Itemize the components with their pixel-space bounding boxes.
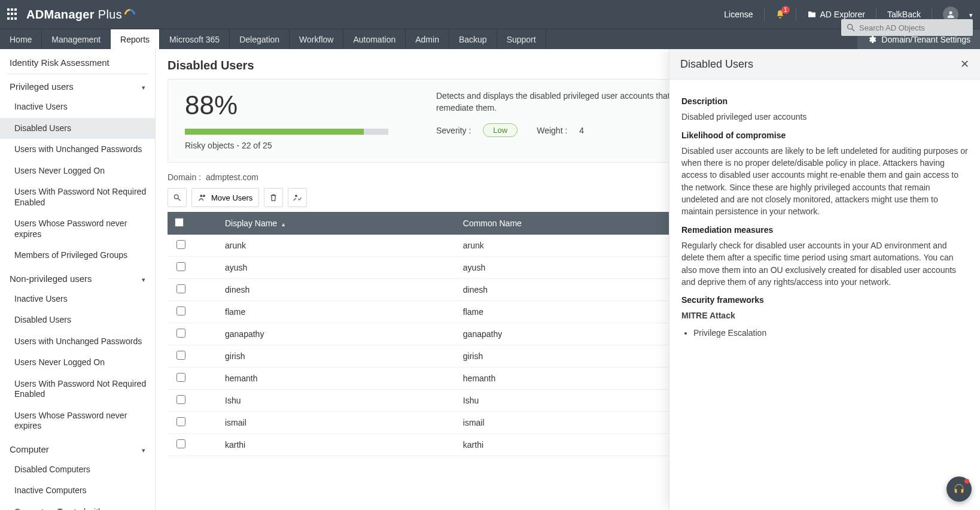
global-search-input[interactable] — [859, 23, 968, 32]
sidebar-item[interactable]: Inactive Users — [0, 289, 155, 310]
panel-likelihood: Disabled user accounts are likely to be … — [681, 145, 968, 218]
advanced-search-button[interactable] — [168, 188, 187, 207]
sidebar-item[interactable]: Users with Unchanged Passwords — [0, 139, 155, 160]
sidebar-group-computer[interactable]: Computer — [0, 437, 155, 459]
tab-reports[interactable]: Reports — [111, 29, 160, 49]
cell-common-name: Ishu — [456, 390, 686, 412]
license-link[interactable]: License — [724, 10, 753, 19]
severity-pill: Low — [483, 123, 518, 137]
sidebar-item[interactable]: Disabled Users — [0, 309, 155, 331]
panel-description: Disabled privileged user accounts — [681, 111, 968, 123]
row-checkbox[interactable] — [176, 240, 185, 249]
help-fab[interactable] — [946, 476, 972, 502]
sidebar-item[interactable]: Users with Unchanged Passwords — [0, 331, 155, 353]
page-title: Disabled Users — [168, 59, 254, 72]
row-icon-cell — [194, 323, 218, 345]
notification-bell[interactable]: 1 — [775, 10, 785, 19]
sidebar-item[interactable]: Users With Password Not Required Enabled — [0, 181, 155, 213]
row-icon-cell — [194, 390, 218, 412]
sidebar-item[interactable]: Members of Privileged Groups — [0, 245, 155, 266]
row-icon-cell — [194, 412, 218, 434]
select-all-checkbox[interactable] — [175, 218, 184, 227]
panel-h-likelihood: Likelihood of compromise — [681, 129, 968, 141]
sidebar-item[interactable]: Users Whose Password never expires — [0, 405, 155, 437]
row-checkbox[interactable] — [176, 417, 185, 426]
tab-backup[interactable]: Backup — [449, 29, 497, 49]
move-users-label: Move Users — [211, 193, 252, 202]
brand: ADManager Plus — [26, 8, 135, 22]
headset-icon — [952, 482, 966, 496]
cell-display-name: Ishu — [218, 390, 456, 412]
move-users-icon — [198, 193, 208, 202]
sidebar-item[interactable]: Inactive Users — [0, 96, 155, 118]
svg-point-4 — [200, 195, 202, 197]
row-icon-cell — [194, 301, 218, 323]
tab-automation[interactable]: Automation — [343, 29, 406, 49]
panel-mitre-label: MITRE Attack — [681, 309, 968, 321]
select-all-header[interactable] — [168, 212, 194, 235]
cell-common-name: ayush — [456, 257, 686, 279]
cell-common-name: hemanth — [456, 368, 686, 390]
tab-admin[interactable]: Admin — [406, 29, 449, 49]
row-checkbox[interactable] — [176, 284, 185, 293]
delete-button[interactable] — [264, 188, 283, 207]
svg-point-6 — [295, 195, 297, 197]
move-users-button[interactable]: Move Users — [191, 188, 259, 207]
cell-common-name: dinesh — [456, 279, 686, 301]
panel-mitre-list: Privilege Escalation — [693, 327, 968, 339]
tab-management[interactable]: Management — [42, 29, 111, 49]
col-common-name[interactable]: Common Name — [456, 212, 686, 235]
icon-header — [194, 212, 218, 235]
sidebar-item[interactable]: Disabled Computers — [0, 459, 155, 481]
cell-display-name: dinesh — [218, 279, 456, 301]
search-icon — [846, 23, 856, 32]
sidebar-item[interactable]: Computers Trusted with Unconstrained Del… — [0, 502, 155, 511]
sidebar-item[interactable]: Users Never Logged On — [0, 160, 155, 182]
col-display-name[interactable]: Display Name — [218, 212, 456, 235]
search-settings-icon — [172, 193, 182, 202]
row-checkbox[interactable] — [176, 329, 185, 338]
cell-common-name: arunk — [456, 235, 686, 257]
panel-remediation: Regularly check for disabled user accoun… — [681, 239, 968, 288]
main-nav: HomeManagementReportsMicrosoft 365Delega… — [0, 29, 980, 49]
row-icon-cell — [194, 235, 218, 257]
sidebar-group-privileged-users[interactable]: Privileged users — [0, 74, 155, 96]
row-checkbox[interactable] — [176, 439, 185, 448]
sidebar-item[interactable]: Users With Password Not Required Enabled — [0, 374, 155, 405]
brand-swirl-icon — [122, 7, 137, 22]
tab-workflow[interactable]: Workflow — [290, 29, 343, 49]
cell-display-name: girish — [218, 345, 456, 368]
divider — [796, 8, 796, 21]
global-search[interactable] — [841, 19, 973, 36]
row-checkbox[interactable] — [176, 351, 185, 360]
svg-point-0 — [848, 25, 853, 29]
sidebar: Identity Risk Assessment Privileged user… — [0, 49, 156, 510]
main-content: Disabled Users Dashboard 88% Risky objec… — [156, 49, 980, 510]
sidebar-group-non-privileged-users[interactable]: Non-privileged users — [0, 266, 155, 289]
svg-line-1 — [852, 29, 854, 31]
tab-support[interactable]: Support — [497, 29, 546, 49]
row-checkbox[interactable] — [176, 306, 185, 315]
row-checkbox[interactable] — [176, 262, 185, 271]
sidebar-item[interactable]: Inactive Computers — [0, 480, 155, 502]
folder-icon — [807, 10, 817, 19]
enable-button[interactable] — [288, 188, 307, 207]
panel-h-remediation: Remediation measures — [681, 224, 968, 236]
cell-display-name: karthi — [218, 434, 456, 456]
panel-h-description: Description — [681, 95, 968, 107]
tab-delegation[interactable]: Delegation — [230, 29, 290, 49]
row-checkbox[interactable] — [176, 373, 185, 382]
sidebar-item[interactable]: Users Whose Password never expires — [0, 213, 155, 245]
tab-home[interactable]: Home — [0, 29, 42, 49]
severity-label: Severity : — [436, 126, 471, 135]
tab-microsoft-365[interactable]: Microsoft 365 — [160, 29, 230, 49]
cell-display-name: flame — [218, 301, 456, 323]
apps-grid-icon[interactable] — [7, 8, 19, 20]
sidebar-item[interactable]: Users Never Logged On — [0, 352, 155, 374]
panel-close-button[interactable]: ✕ — [960, 57, 969, 71]
brand-main: ADManager — [26, 8, 95, 22]
brand-sub: Plus — [98, 8, 122, 22]
sidebar-item[interactable]: Disabled Users — [0, 118, 155, 139]
weight-label: Weight : — [537, 126, 567, 135]
row-checkbox[interactable] — [176, 395, 185, 404]
